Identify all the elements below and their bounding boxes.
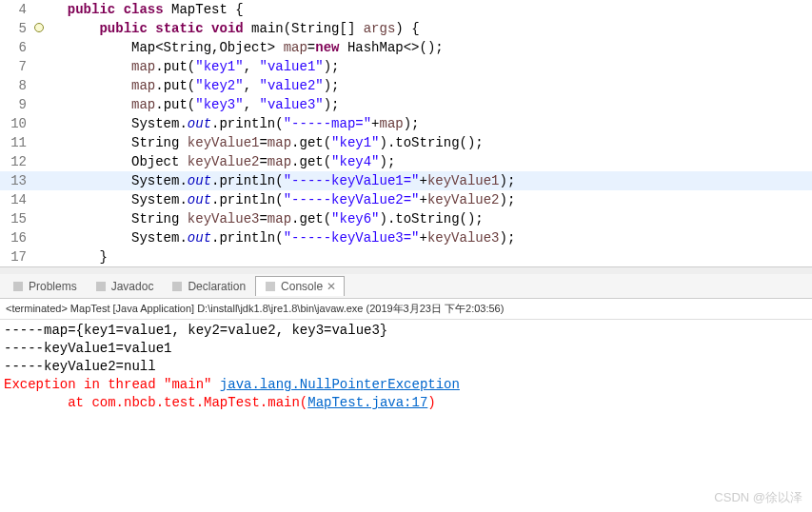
code-line[interactable]: 17 } [0, 247, 812, 266]
line-number: 14 [0, 192, 34, 207]
line-number: 8 [0, 78, 34, 93]
code-editor[interactable]: 4 public class MapTest {5 public static … [0, 0, 812, 266]
line-number: 7 [0, 59, 34, 74]
code-line[interactable]: 7 map.put("key1", "value1"); [0, 57, 812, 76]
console-line: at com.nbcb.test.MapTest.main(MapTest.ja… [4, 394, 808, 412]
code-line[interactable]: 12 Object keyValue2=map.get("key4"); [0, 152, 812, 171]
console-line: -----map={key1=value1, key2=value2, key3… [4, 322, 808, 340]
line-number: 16 [0, 230, 34, 246]
watermark: CSDN @徐以泽 [714, 489, 802, 506]
tab-declaration[interactable]: Declaration [163, 277, 253, 296]
code-content[interactable]: } [51, 249, 812, 265]
code-line[interactable]: 14 System.out.println("-----keyValue2="+… [0, 190, 812, 209]
pane-separator[interactable] [0, 266, 812, 274]
console-header: <terminated> MapTest [Java Application] … [0, 299, 812, 320]
code-content[interactable]: String keyValue1=map.get("key1").toStrin… [51, 135, 812, 150]
console-icon [264, 280, 277, 293]
code-content[interactable]: map.put("key1", "value1"); [51, 59, 812, 74]
code-line[interactable]: 13 System.out.println("-----keyValue1="+… [0, 171, 812, 190]
line-number: 15 [0, 211, 34, 226]
code-line[interactable]: 10 System.out.println("-----map="+map); [0, 114, 812, 133]
tab-label: Declaration [188, 280, 246, 293]
code-line[interactable]: 16 System.out.println("-----keyValue3="+… [0, 228, 812, 247]
svg-rect-2 [172, 282, 182, 291]
line-number: 12 [0, 154, 34, 169]
code-content[interactable]: map.put("key2", "value2"); [51, 78, 812, 93]
line-number: 10 [0, 116, 34, 131]
bottom-tabs: ProblemsJavadocDeclarationConsole✕ [0, 274, 812, 299]
console-line: -----keyValue2=null [4, 358, 808, 376]
console-line: -----keyValue1=value1 [4, 340, 808, 358]
code-content[interactable]: public class MapTest { [51, 2, 812, 17]
code-content[interactable]: Object keyValue2=map.get("key4"); [51, 154, 812, 169]
code-content[interactable]: System.out.println("-----keyValue2="+key… [51, 192, 812, 207]
tab-javadoc[interactable]: Javadoc [87, 277, 162, 296]
code-line[interactable]: 5 public static void main(String[] args)… [0, 19, 812, 38]
tab-console[interactable]: Console✕ [255, 276, 345, 296]
code-line[interactable]: 11 String keyValue1=map.get("key1").toSt… [0, 133, 812, 152]
tab-label: Javadoc [111, 280, 154, 293]
close-icon[interactable]: ✕ [327, 280, 336, 293]
code-line[interactable]: 15 String keyValue3=map.get("key6").toSt… [0, 209, 812, 228]
svg-rect-0 [13, 282, 23, 291]
line-number: 6 [0, 40, 34, 55]
svg-rect-1 [96, 282, 106, 291]
line-number: 9 [0, 97, 34, 112]
tab-label: Problems [29, 280, 77, 293]
code-content[interactable]: String keyValue3=map.get("key6").toStrin… [51, 211, 812, 226]
line-number: 17 [0, 249, 34, 265]
code-content[interactable]: map.put("key3", "value3"); [51, 97, 812, 112]
code-content[interactable]: System.out.println("-----map="+map); [51, 116, 812, 131]
code-line[interactable]: 8 map.put("key2", "value2"); [0, 76, 812, 95]
stack-link[interactable]: MapTest.java:17 [307, 395, 427, 410]
svg-rect-3 [266, 282, 275, 291]
console-output[interactable]: -----map={key1=value1, key2=value2, key3… [0, 320, 812, 414]
code-content[interactable]: System.out.println("-----keyValue3="+key… [51, 230, 812, 246]
tab-label: Console [281, 280, 323, 293]
declaration-icon [170, 280, 184, 293]
code-line[interactable]: 6 Map<String,Object> map=new HashMap<>()… [0, 38, 812, 57]
code-content[interactable]: public static void main(String[] args) { [51, 21, 812, 36]
tab-problems[interactable]: Problems [4, 277, 85, 296]
code-content[interactable]: Map<String,Object> map=new HashMap<>(); [51, 40, 812, 55]
line-number: 5 [0, 21, 34, 36]
javadoc-icon [94, 280, 108, 293]
console-line: Exception in thread "main" java.lang.Nul… [4, 376, 808, 394]
stack-link[interactable]: java.lang.NullPointerException [220, 377, 460, 392]
line-number: 13 [0, 173, 34, 188]
problems-icon [11, 280, 25, 293]
line-number: 4 [0, 2, 34, 17]
gutter-marker [34, 21, 51, 36]
line-number: 11 [0, 135, 34, 150]
code-line[interactable]: 4 public class MapTest { [0, 0, 812, 19]
code-content[interactable]: System.out.println("-----keyValue1="+key… [51, 173, 812, 188]
code-line[interactable]: 9 map.put("key3", "value3"); [0, 95, 812, 114]
